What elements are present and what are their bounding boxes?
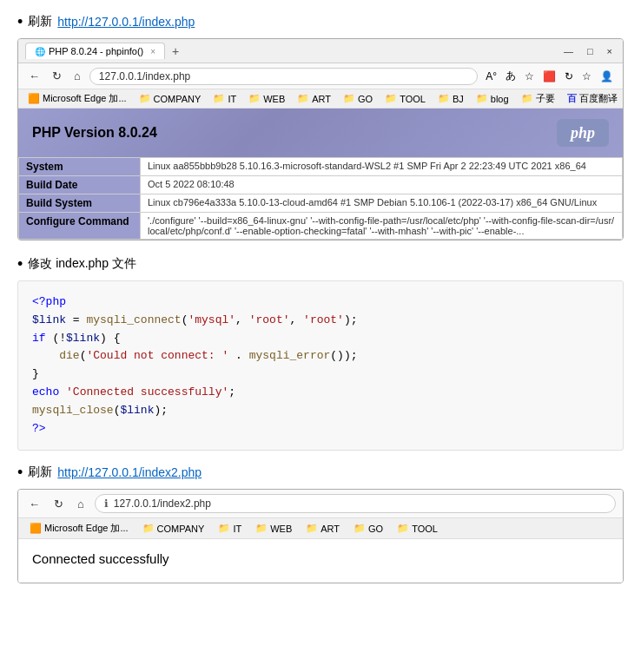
php-table-value: Oct 5 2022 08:10:48 bbox=[141, 176, 623, 194]
bm-bj[interactable]: 📁 BJ bbox=[433, 92, 468, 105]
bookmarks-bar-2: 🟧 Microsoft Edge 加... 📁 COMPANY 📁 IT 📁 W… bbox=[18, 518, 623, 539]
bm-blog-label: blog bbox=[491, 94, 509, 104]
bm-folder-icon-art: 📁 bbox=[297, 93, 309, 104]
bm-baidu-label: 百度翻译 bbox=[579, 92, 618, 105]
address-bar-2[interactable]: ℹ 127.0.0.1/index2.php bbox=[95, 494, 616, 513]
php-version-title: PHP Version 8.0.24 bbox=[32, 125, 157, 141]
code-line-4: die('Could not connect: ' . mysqli_error… bbox=[32, 347, 609, 366]
url-text-1: 127.0.0.1/index.php bbox=[99, 70, 190, 82]
bm-ms-icon: 🟧 bbox=[28, 93, 40, 104]
security-icon-2: ℹ bbox=[104, 497, 109, 510]
tab-close-1[interactable]: × bbox=[150, 47, 155, 56]
bm-edge[interactable]: 🟧 Microsoft Edge 加... bbox=[23, 91, 131, 106]
immersive-btn[interactable]: あ bbox=[503, 67, 519, 85]
win-controls-1: — □ × bbox=[560, 46, 616, 56]
bm-tool-label: TOOL bbox=[400, 94, 426, 104]
code-line-8: ?> bbox=[32, 420, 609, 438]
bullet-item-2: • 修改 index.php 文件 bbox=[17, 256, 624, 272]
bullet-label-3: 刷新 bbox=[28, 464, 52, 480]
bullet-item-3: • 刷新 http://127.0.0.1/index2.php bbox=[17, 464, 624, 480]
back-button-2[interactable]: ← bbox=[25, 496, 43, 512]
browser-content-2: Connected successfully bbox=[18, 539, 623, 583]
bm2-company[interactable]: 📁 COMPANY bbox=[138, 522, 209, 535]
bm2-go[interactable]: 📁 GO bbox=[349, 522, 387, 535]
bm2-it[interactable]: 📁 IT bbox=[214, 522, 246, 535]
bm-folder-icon-it: 📁 bbox=[213, 93, 225, 104]
profile-btn[interactable]: 👤 bbox=[598, 69, 616, 84]
bookmarks-bar-1: 🟧 Microsoft Edge 加... 📁 COMPANY 📁 IT 📁 W… bbox=[18, 89, 623, 109]
bm-tool[interactable]: 📁 TOOL bbox=[380, 92, 430, 105]
php-table-row: Configure Command'./configure' '--build=… bbox=[19, 213, 623, 240]
bm-company[interactable]: 📁 COMPANY bbox=[135, 92, 206, 105]
tab-bar-1: 🌐 PHP 8.0.24 - phpinfo() × + bbox=[25, 43, 555, 59]
php-info-table: SystemLinux aa855bbb9b28 5.10.16.3-micro… bbox=[18, 157, 623, 240]
bm2-go-label: GO bbox=[368, 524, 383, 534]
bullet-label-1: 刷新 bbox=[28, 14, 52, 30]
bm-web[interactable]: 📁 WEB bbox=[244, 92, 289, 105]
bm-it-label: IT bbox=[228, 94, 236, 104]
address-bar-1[interactable]: 127.0.0.1/index.php bbox=[89, 68, 478, 85]
bm-art-label: ART bbox=[312, 94, 331, 104]
php-table-row: Build SystemLinux cb796e4a333a 5.10.0-13… bbox=[19, 194, 623, 213]
bm2-edge[interactable]: 🟧 Microsoft Edge 加... bbox=[25, 521, 133, 536]
bm-baidu[interactable]: 百 百度翻译 bbox=[563, 91, 622, 106]
php-logo: php bbox=[557, 119, 609, 147]
bm-folder-icon-go: 📁 bbox=[343, 93, 355, 104]
code-line-3: if (!$link) { bbox=[32, 330, 609, 348]
refresh-btn-2[interactable]: ↻ bbox=[562, 69, 576, 84]
bm-blog[interactable]: 📁 blog bbox=[472, 92, 513, 105]
browser-navbar-2: ← ↻ ⌂ ℹ 127.0.0.1/index2.php bbox=[18, 490, 623, 518]
bm-web-label: WEB bbox=[263, 94, 285, 104]
code-line-1: <?php bbox=[32, 293, 609, 312]
bullet-link-1[interactable]: http://127.0.0.1/index.php bbox=[57, 15, 195, 29]
refresh-button-1[interactable]: ↻ bbox=[49, 68, 65, 84]
new-tab-button-1[interactable]: + bbox=[169, 44, 182, 58]
refresh-button-2[interactable]: ↻ bbox=[50, 496, 67, 512]
php-table-key: System bbox=[19, 158, 141, 176]
bm2-web[interactable]: 📁 WEB bbox=[251, 522, 296, 535]
read-mode-btn[interactable]: A° bbox=[483, 69, 499, 84]
home-button-1[interactable]: ⌂ bbox=[70, 68, 84, 84]
code-block: <?php $link = mysqli_connect('mysql', 'r… bbox=[17, 280, 624, 451]
bm-go-label: GO bbox=[358, 94, 373, 104]
browser-tab-1[interactable]: 🌐 PHP 8.0.24 - phpinfo() × bbox=[25, 43, 165, 59]
bm-it[interactable]: 📁 IT bbox=[208, 92, 241, 105]
browser-window-1: 🌐 PHP 8.0.24 - phpinfo() × + — □ × ← ↻ ⌂… bbox=[17, 38, 624, 240]
bm-ziyao[interactable]: 📁 子要 bbox=[517, 91, 559, 106]
bm2-edge-label: Microsoft Edge 加... bbox=[44, 522, 129, 535]
bullet-item-1: • 刷新 http://127.0.0.1/index.php bbox=[17, 14, 624, 30]
bm-folder-icon-web: 📁 bbox=[248, 93, 261, 104]
minimize-button[interactable]: — bbox=[560, 46, 577, 56]
browser-navbar-1: ← ↻ ⌂ 127.0.0.1/index.php A° あ ☆ 🟥 ↻ ☆ 👤 bbox=[18, 63, 623, 89]
home-button-2[interactable]: ⌂ bbox=[74, 496, 88, 512]
bm-go[interactable]: 📁 GO bbox=[339, 92, 377, 105]
connected-text: Connected successfully bbox=[32, 551, 169, 566]
tab-icon-1: 🌐 bbox=[35, 47, 45, 56]
bm2-art[interactable]: 📁 ART bbox=[301, 522, 344, 535]
bm2-edge-icon: 🟧 bbox=[30, 523, 42, 534]
fav-btn[interactable]: ☆ bbox=[579, 69, 594, 84]
bm-folder-icon-bj: 📁 bbox=[438, 93, 450, 104]
bm2-company-label: COMPANY bbox=[157, 524, 205, 534]
bm-edge-label: Microsoft Edge 加... bbox=[43, 92, 127, 105]
bm2-folder-icon-it: 📁 bbox=[218, 523, 230, 534]
bullet-link-3[interactable]: http://127.0.0.1/index2.php bbox=[57, 465, 202, 479]
maximize-button[interactable]: □ bbox=[584, 46, 597, 56]
bm-art[interactable]: 📁 ART bbox=[293, 92, 335, 105]
php-table-value: './configure' '--build=x86_64-linux-gnu'… bbox=[141, 213, 623, 240]
add-fav-btn[interactable]: ☆ bbox=[522, 69, 537, 84]
bm-baidu-icon: 百 bbox=[567, 92, 577, 105]
bm2-folder-icon-art: 📁 bbox=[306, 523, 318, 534]
php-table-key: Build Date bbox=[19, 176, 141, 194]
bullet-dot-3: • bbox=[17, 464, 23, 480]
php-table-value: Linux aa855bbb9b28 5.10.16.3-microsoft-s… bbox=[141, 158, 623, 176]
close-button[interactable]: × bbox=[604, 46, 616, 56]
bullet-dot-1: • bbox=[17, 14, 23, 30]
nav-actions-1: A° あ ☆ 🟥 ↻ ☆ 👤 bbox=[483, 67, 616, 85]
bullet-dot-2: • bbox=[17, 256, 23, 272]
bm2-folder-icon-tool: 📁 bbox=[397, 523, 409, 534]
back-button-1[interactable]: ← bbox=[25, 68, 43, 84]
bm-folder-icon-tool: 📁 bbox=[385, 93, 397, 104]
php-table-row: SystemLinux aa855bbb9b28 5.10.16.3-micro… bbox=[19, 158, 623, 176]
bm2-tool[interactable]: 📁 TOOL bbox=[393, 522, 442, 535]
